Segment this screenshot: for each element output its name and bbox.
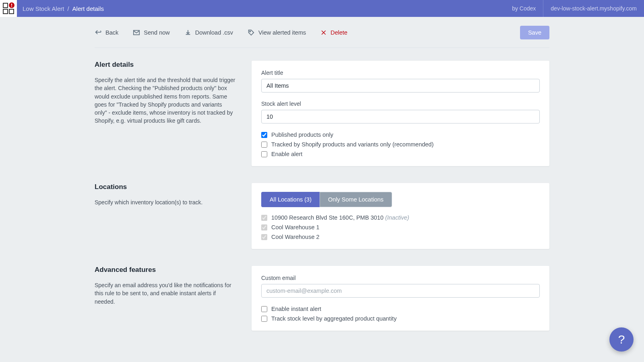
back-button[interactable]: Back xyxy=(95,29,118,36)
svg-rect-2 xyxy=(9,9,14,14)
send-now-label: Send now xyxy=(144,29,170,36)
boxes-icon xyxy=(2,2,15,15)
view-alerted-items-button[interactable]: View alerted items xyxy=(248,29,306,36)
save-button[interactable]: Save xyxy=(520,26,549,39)
svg-rect-4 xyxy=(11,4,12,6)
tab-all-locations[interactable]: All Locations (3) xyxy=(261,192,320,207)
location-label: 10900 Research Blvd Ste 160C, PMB 3010 xyxy=(271,214,384,221)
tag-icon xyxy=(248,29,255,36)
alert-details-aside: Alert details Specify the alert title an… xyxy=(95,61,235,183)
advanced-title: Advanced features xyxy=(95,266,235,274)
page: Back Send now Download .csv View alerted… xyxy=(95,17,549,348)
enable-alert-checkbox[interactable] xyxy=(261,151,267,157)
alert-details-title: Alert details xyxy=(95,61,235,69)
instant-alert-label: Enable instant alert xyxy=(271,306,321,312)
aggregated-label: Track stock level by aggregated product … xyxy=(271,315,396,322)
section-alert-details: Alert details Specify the alert title an… xyxy=(95,48,549,183)
send-now-button[interactable]: Send now xyxy=(133,29,170,36)
mail-icon xyxy=(133,29,140,36)
breadcrumb-root[interactable]: Low Stock Alert xyxy=(23,5,64,12)
svg-rect-1 xyxy=(3,9,8,14)
custom-email-input[interactable] xyxy=(261,284,540,298)
back-label: Back xyxy=(105,29,118,36)
location-label: Cool Warehouse 2 xyxy=(271,234,320,240)
breadcrumb-sep: / xyxy=(67,5,69,12)
instant-alert-checkbox[interactable] xyxy=(261,306,267,312)
delete-label: Delete xyxy=(330,29,347,36)
tab-some-locations[interactable]: Only Some Locations xyxy=(320,192,392,207)
by-codex-link[interactable]: by Codex xyxy=(505,0,543,17)
locations-seg-toggle: All Locations (3) Only Some Locations xyxy=(261,192,540,207)
alert-details-desc: Specify the alert title and the threshol… xyxy=(95,76,235,125)
location-checkbox xyxy=(261,224,267,230)
enable-alert-label: Enable alert xyxy=(271,151,302,157)
svg-rect-5 xyxy=(11,6,12,7)
stock-level-input[interactable] xyxy=(261,110,540,123)
locations-desc: Specify which inventory location(s) to t… xyxy=(95,198,235,206)
app-logo xyxy=(0,0,17,17)
location-checkbox xyxy=(261,234,267,240)
section-advanced: Advanced features Specify an email addre… xyxy=(95,266,549,348)
published-only-checkbox[interactable] xyxy=(261,132,267,138)
advanced-desc: Specify an email address you'd like the … xyxy=(95,281,235,306)
tracked-only-checkbox[interactable] xyxy=(261,142,267,148)
section-locations: Locations Specify which inventory locati… xyxy=(95,183,549,266)
location-label: Cool Warehouse 1 xyxy=(271,224,320,230)
download-icon xyxy=(184,29,192,36)
svg-point-7 xyxy=(250,31,250,32)
advanced-card: Custom email Enable instant alert Track … xyxy=(252,266,549,331)
stock-level-label: Stock alert level xyxy=(261,101,540,107)
custom-email-label: Custom email xyxy=(261,275,540,281)
toolbar: Back Send now Download .csv View alerted… xyxy=(95,17,549,48)
back-arrow-icon xyxy=(95,29,102,36)
alert-title-label: Alert title xyxy=(261,70,540,76)
delete-button[interactable]: Delete xyxy=(320,29,347,36)
topbar: Low Stock Alert / Alert details by Codex… xyxy=(0,0,644,17)
x-icon xyxy=(320,29,327,36)
tracked-only-label: Tracked by Shopify products and variants… xyxy=(271,141,433,148)
location-inactive-badge: (Inactive) xyxy=(385,214,409,221)
download-csv-button[interactable]: Download .csv xyxy=(184,29,233,36)
svg-rect-0 xyxy=(3,3,8,8)
aggregated-checkbox[interactable] xyxy=(261,316,267,322)
topbar-right: by Codex dev-low-stock-alert.myshopify.c… xyxy=(505,0,644,17)
published-only-label: Published products only xyxy=(271,132,333,138)
help-fab[interactable]: ? xyxy=(609,327,634,352)
advanced-aside: Advanced features Specify an email addre… xyxy=(95,266,235,348)
view-alerted-label: View alerted items xyxy=(258,29,306,36)
breadcrumb: Low Stock Alert / Alert details xyxy=(17,5,104,12)
breadcrumb-current: Alert details xyxy=(72,5,104,12)
locations-card: All Locations (3) Only Some Locations 10… xyxy=(252,183,549,249)
locations-aside: Locations Specify which inventory locati… xyxy=(95,183,235,266)
download-csv-label: Download .csv xyxy=(195,29,233,36)
locations-title: Locations xyxy=(95,183,235,191)
alert-details-card: Alert title Stock alert level Published … xyxy=(252,61,549,166)
alert-title-input[interactable] xyxy=(261,79,540,93)
shop-link[interactable]: dev-low-stock-alert.myshopify.com xyxy=(543,0,644,17)
location-checkbox xyxy=(261,215,267,221)
